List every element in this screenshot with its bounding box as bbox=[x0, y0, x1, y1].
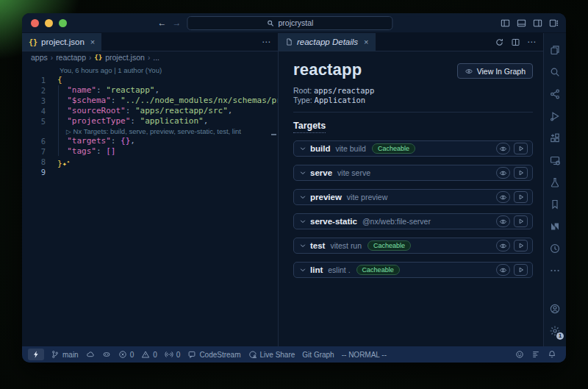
activity-bar: 1 bbox=[543, 33, 566, 346]
status-git-graph[interactable]: Git Graph bbox=[298, 346, 337, 363]
account-icon[interactable] bbox=[544, 298, 566, 320]
show-config-button[interactable] bbox=[496, 143, 510, 154]
more-icon[interactable] bbox=[544, 260, 566, 282]
remote-explorer-icon[interactable] bbox=[544, 149, 566, 171]
run-target-button[interactable] bbox=[514, 240, 528, 251]
run-target-button[interactable] bbox=[514, 264, 528, 276]
view-in-graph-button[interactable]: View In Graph bbox=[457, 63, 533, 79]
show-config-button[interactable] bbox=[496, 167, 510, 179]
run-target-button[interactable] bbox=[514, 167, 528, 179]
source-control-icon[interactable] bbox=[544, 83, 566, 105]
command-center-search[interactable]: projcrystal bbox=[187, 16, 392, 30]
status-remote-indicator[interactable] bbox=[28, 349, 44, 360]
status-problems-errors[interactable]: 0 bbox=[115, 346, 138, 363]
status-prettier[interactable] bbox=[528, 346, 544, 363]
line-content: "name": "reactapp", bbox=[57, 85, 278, 96]
status-label: main bbox=[62, 351, 79, 359]
status-copilot-status[interactable] bbox=[98, 346, 115, 363]
code-line[interactable]: 7 "tags": [] bbox=[22, 146, 278, 157]
run-target-button[interactable] bbox=[514, 191, 528, 203]
divider bbox=[293, 112, 533, 113]
nav-forward-icon[interactable]: → bbox=[172, 18, 181, 27]
eye-icon bbox=[499, 193, 507, 201]
codelens[interactable]: You, 6 hours ago | 1 author (You) bbox=[22, 65, 278, 75]
code-line[interactable]: 3 "$schema": "../../node_modules/nx/sche… bbox=[22, 96, 278, 106]
split-editor-icon[interactable] bbox=[511, 38, 520, 47]
target-row-serve[interactable]: serve vite serve bbox=[293, 165, 533, 181]
status-feedback[interactable] bbox=[512, 346, 528, 363]
close-tab-icon[interactable]: × bbox=[364, 38, 368, 46]
warning-icon bbox=[141, 350, 150, 359]
line-number: 5 bbox=[22, 116, 57, 126]
chevron-down-icon[interactable] bbox=[299, 242, 306, 249]
show-config-button[interactable] bbox=[496, 264, 510, 276]
code-line[interactable]: 8 }✦✦ bbox=[22, 157, 278, 167]
play-icon bbox=[517, 193, 525, 201]
bookmarks-icon[interactable] bbox=[544, 193, 566, 215]
breadcrumb[interactable]: apps › reactapp › {} project.json › ... bbox=[22, 51, 278, 63]
chevron-down-icon[interactable] bbox=[299, 145, 306, 152]
run-debug-icon[interactable] bbox=[544, 105, 566, 127]
breadcrumb-reactapp[interactable]: reactapp bbox=[56, 53, 86, 62]
toggle-sidebar-right-icon[interactable] bbox=[532, 18, 543, 29]
status-live-share[interactable]: Live Share bbox=[245, 346, 299, 363]
breadcrumb-separator: › bbox=[148, 54, 150, 62]
toggle-panel-icon[interactable] bbox=[516, 18, 527, 29]
tab-project-json[interactable]: {} project.json × bbox=[22, 33, 102, 51]
nx-console-icon[interactable] bbox=[544, 215, 566, 238]
files-icon[interactable] bbox=[544, 39, 566, 61]
close-window-button[interactable] bbox=[31, 19, 39, 27]
target-row-test[interactable]: test vitest run Cacheable bbox=[293, 238, 533, 254]
minimize-window-button[interactable] bbox=[45, 19, 53, 27]
breadcrumb-trail[interactable]: ... bbox=[153, 53, 159, 62]
history-icon[interactable] bbox=[544, 238, 566, 260]
status-sync-status[interactable] bbox=[82, 346, 98, 363]
settings-icon[interactable]: 1 bbox=[544, 320, 566, 342]
chevron-down-icon[interactable] bbox=[299, 169, 306, 176]
target-row-lint[interactable]: lint eslint . Cacheable bbox=[293, 262, 533, 278]
chevron-down-icon[interactable] bbox=[299, 266, 306, 274]
codelens[interactable]: ▷Nx Targets: build, serve, preview, serv… bbox=[22, 126, 278, 136]
code-line[interactable]: 4 "sourceRoot": "apps/reactapp/src", bbox=[22, 106, 278, 116]
show-config-button[interactable] bbox=[496, 240, 510, 251]
root-value: apps/reactapp bbox=[314, 86, 374, 95]
breadcrumb-apps[interactable]: apps bbox=[31, 53, 48, 62]
close-tab-icon[interactable]: × bbox=[90, 38, 95, 46]
eye-icon bbox=[499, 169, 507, 177]
search-icon[interactable] bbox=[544, 61, 566, 83]
status-codestream[interactable]: CodeStream bbox=[184, 346, 244, 363]
zoom-window-button[interactable] bbox=[59, 19, 67, 27]
customize-layout-icon[interactable] bbox=[548, 18, 559, 29]
chevron-down-icon[interactable] bbox=[299, 218, 306, 225]
refresh-icon[interactable] bbox=[495, 38, 504, 47]
status-ports[interactable]: 0 bbox=[161, 346, 184, 363]
nav-back-icon[interactable]: ← bbox=[157, 18, 166, 27]
extensions-icon[interactable] bbox=[544, 127, 566, 149]
show-config-button[interactable] bbox=[496, 191, 510, 203]
code-line[interactable]: 2 "name": "reactapp", bbox=[22, 85, 278, 96]
target-row-build[interactable]: build vite build Cacheable bbox=[293, 140, 533, 157]
target-row-serve-static[interactable]: serve-static @nx/web:file-server bbox=[293, 213, 533, 229]
code-line[interactable]: 1 { bbox=[22, 75, 278, 85]
run-target-button[interactable] bbox=[514, 215, 528, 227]
status-vim-mode[interactable]: -- NORMAL -- bbox=[338, 346, 390, 363]
code-line[interactable]: 6 "targets": {}, bbox=[22, 136, 278, 146]
more-actions-icon[interactable]: ⋯ bbox=[527, 37, 537, 47]
status-problems-warnings[interactable]: 0 bbox=[137, 346, 161, 363]
tab-reactapp-details[interactable]: reactapp Details × bbox=[279, 33, 376, 51]
code-editor[interactable]: You, 6 hours ago | 1 author (You) 1 { 2 … bbox=[22, 63, 278, 346]
code-line[interactable]: 5 "projectType": "application", bbox=[22, 116, 278, 126]
overview-ruler-mark bbox=[271, 134, 276, 135]
chevron-down-icon[interactable] bbox=[299, 193, 306, 201]
run-target-button[interactable] bbox=[514, 143, 528, 154]
more-actions-icon[interactable]: ⋯ bbox=[262, 37, 271, 47]
code-line[interactable]: 9 bbox=[22, 167, 278, 177]
breadcrumb-project-json[interactable]: project.json bbox=[105, 53, 145, 62]
show-config-button[interactable] bbox=[496, 215, 510, 227]
status-git-branch[interactable]: main bbox=[47, 346, 82, 363]
toggle-sidebar-left-icon[interactable] bbox=[500, 18, 511, 29]
status-notifications[interactable] bbox=[544, 346, 560, 363]
code-token: "targets" bbox=[67, 136, 111, 146]
testing-icon[interactable] bbox=[544, 171, 566, 193]
target-row-preview[interactable]: preview vite preview bbox=[293, 189, 533, 205]
